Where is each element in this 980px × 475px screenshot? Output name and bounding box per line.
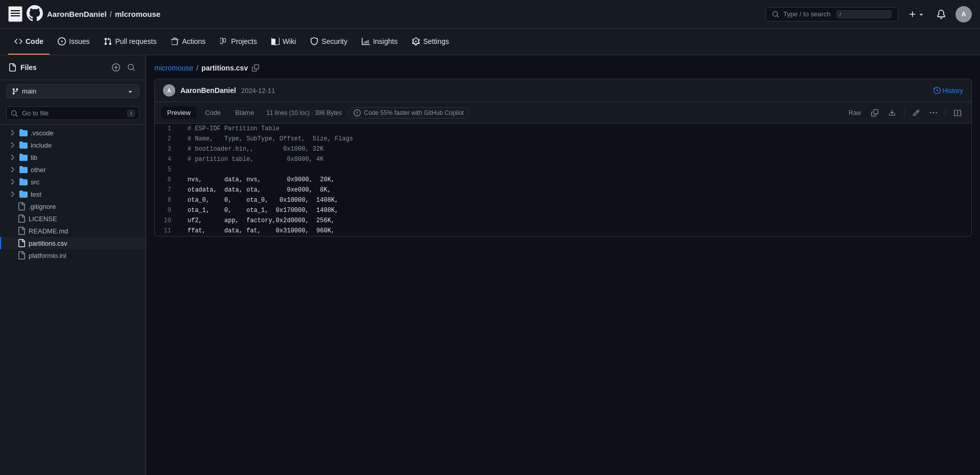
nav-insights[interactable]: Insights	[356, 29, 404, 55]
search-icon	[772, 11, 779, 18]
table-row: 7otadata, data, ota, 0xe000, 8K,	[155, 185, 971, 195]
line-content: nvs, data, nvs, 0x9000, 20K,	[179, 175, 971, 185]
branch-selector[interactable]: main	[6, 84, 139, 98]
copy-path-button[interactable]	[251, 63, 260, 73]
copilot-badge: Code 55% faster with GitHub Copilot	[348, 107, 469, 118]
commit-author-name[interactable]: AaronBenDaniel	[180, 86, 236, 94]
nav-security[interactable]: Security	[304, 29, 354, 55]
notifications-button[interactable]	[933, 6, 949, 22]
chevron-right-icon	[8, 178, 16, 186]
folder-icon	[19, 165, 28, 174]
tree-item-label: include	[31, 141, 52, 149]
file-meta: 11 lines (10 loc) · 396 Bytes	[266, 109, 342, 116]
table-row: 2# Name, Type, SubType, Offset, Size, Fl…	[155, 134, 971, 144]
search-files-button[interactable]	[125, 61, 137, 74]
add-file-button[interactable]	[110, 61, 122, 74]
code-table: 1# ESP-IDF Partition Table2# Name, Type,…	[155, 124, 971, 236]
nav-wiki[interactable]: Wiki	[265, 29, 302, 55]
sidebar-title: Files	[8, 63, 37, 72]
tree-item-test[interactable]: test	[0, 188, 146, 200]
line-content: # partition table, 0x8000, 4K	[179, 154, 971, 164]
top-nav-right: A	[906, 6, 972, 22]
edit-button[interactable]	[908, 107, 924, 118]
table-row: 11ffat, data, fat, 0x310000, 960K,	[155, 226, 971, 236]
edit-icon	[913, 109, 920, 116]
tree-item-label: src	[31, 178, 39, 186]
copy-raw-icon	[871, 109, 878, 116]
github-logo-link[interactable]	[27, 5, 43, 23]
table-row: 1# ESP-IDF Partition Table	[155, 124, 971, 134]
nav-settings[interactable]: Settings	[406, 29, 455, 55]
table-row: 5	[155, 164, 971, 175]
content-area: micromouse / partitions.csv A AaronBenDa…	[146, 55, 980, 475]
tree-item-partitions-csv[interactable]: partitions.csv	[0, 237, 146, 249]
tab-preview[interactable]: Preview	[161, 106, 197, 119]
tab-code[interactable]: Code	[199, 106, 227, 119]
line-content: # Name, Type, SubType, Offset, Size, Fla…	[179, 134, 971, 144]
search-bar[interactable]: Type / to search /	[765, 7, 898, 21]
history-button[interactable]: History	[934, 87, 963, 94]
file-icon	[17, 227, 26, 235]
tree-item-lib[interactable]: lib	[0, 151, 146, 163]
hamburger-icon	[9, 7, 21, 19]
line-number: 5	[155, 164, 179, 175]
tree-item-include[interactable]: include	[0, 139, 146, 151]
sidebar-header: Files	[0, 55, 146, 80]
file-toolbar: Preview Code Blame 11 lines (10 loc) · 3…	[155, 102, 971, 124]
file-viewer: Preview Code Blame 11 lines (10 loc) · 3…	[154, 102, 972, 236]
nav-actions[interactable]: Actions	[165, 29, 212, 55]
nav-projects[interactable]: Projects	[214, 29, 263, 55]
create-new-button[interactable]	[906, 8, 927, 20]
search-shortcut: /	[836, 10, 892, 18]
tree-item-label: .vscode	[31, 129, 54, 137]
nav-pull-requests[interactable]: Pull requests	[98, 29, 162, 55]
action-divider	[904, 109, 904, 117]
tree-item-src[interactable]: src	[0, 176, 146, 188]
download-button[interactable]	[884, 107, 900, 118]
breadcrumb-user[interactable]: AaronBenDaniel	[47, 10, 107, 18]
file-actions: Raw	[845, 107, 965, 118]
nav-issues[interactable]: Issues	[52, 29, 96, 55]
line-number: 2	[155, 134, 179, 144]
bell-icon	[937, 10, 946, 19]
chevron-right-icon	[8, 190, 16, 198]
file-icon	[17, 202, 26, 210]
split-view-button[interactable]	[950, 107, 965, 118]
tree-item-other[interactable]: other	[0, 163, 146, 176]
breadcrumb-repo[interactable]: mlcromouse	[115, 10, 160, 18]
branch-chevron-icon	[127, 88, 134, 95]
plus-circle-icon	[112, 63, 120, 72]
shield-icon	[310, 37, 318, 45]
tree-item-label: test	[31, 191, 41, 198]
breadcrumb: AaronBenDaniel / mlcromouse	[47, 10, 160, 18]
code-icon	[14, 37, 22, 45]
repo-nav: Code Issues Pull requests Actions Projec…	[0, 29, 980, 55]
user-avatar[interactable]: A	[955, 6, 972, 22]
actions-icon	[171, 37, 179, 45]
issue-icon	[58, 37, 66, 45]
tab-blame[interactable]: Blame	[229, 106, 260, 119]
goto-file-placeholder: Go to file	[22, 109, 49, 117]
tree-item-license[interactable]: LICENSE	[0, 212, 146, 225]
copy-raw-button[interactable]	[867, 107, 882, 118]
goto-file-shortcut: t	[127, 110, 135, 117]
tree-item-platformio[interactable]: platformio.ini	[0, 249, 146, 262]
file-breadcrumb-repo[interactable]: micromouse	[154, 64, 193, 72]
graph-icon	[362, 37, 370, 45]
magnifier-icon	[127, 63, 135, 72]
line-content: otadata, data, ota, 0xe000, 8K,	[179, 185, 971, 195]
nav-code[interactable]: Code	[8, 29, 50, 55]
folder-icon	[19, 153, 28, 161]
raw-button[interactable]: Raw	[845, 107, 865, 118]
line-content: ota_0, 0, ota_0, 0x10000, 1408K,	[179, 195, 971, 205]
table-row: 9ota_1, 0, ota_1, 0x170000, 1408K,	[155, 205, 971, 216]
more-options-button[interactable]	[926, 107, 941, 118]
action-divider-2	[945, 109, 946, 117]
main-layout: Files main Go to file t	[0, 55, 980, 475]
folder-icon	[19, 178, 28, 186]
tree-item-vscode[interactable]: .vscode	[0, 127, 146, 139]
tree-item-readme[interactable]: README.md	[0, 225, 146, 237]
hamburger-button[interactable]	[8, 6, 22, 22]
tree-item-gitignore[interactable]: .gitignore	[0, 200, 146, 212]
search-placeholder: Type / to search	[783, 10, 832, 18]
